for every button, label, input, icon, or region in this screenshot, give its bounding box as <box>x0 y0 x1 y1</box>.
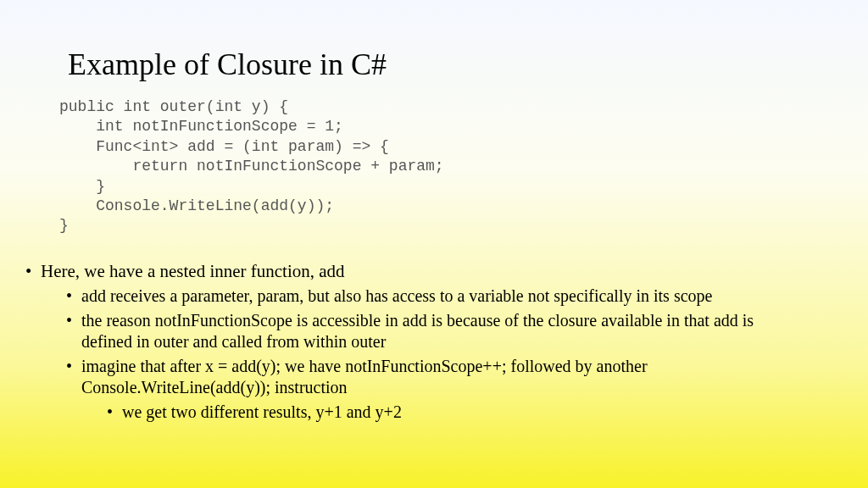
bullet-level-2: imagine that after x = add(y); we have n… <box>66 356 809 398</box>
bullet-level-2: the reason notInFunctionScope is accessi… <box>66 310 809 352</box>
bullet-level-1: Here, we have a nested inner function, a… <box>25 260 809 282</box>
bullet-level-3: we get two different results, y+1 and y+… <box>107 402 809 423</box>
bullet-list: Here, we have a nested inner function, a… <box>59 260 809 423</box>
bullet-level-2: add receives a parameter, param, but als… <box>66 286 809 307</box>
code-block: public int outer(int y) { int notInFunct… <box>59 97 809 236</box>
slide-title: Example of Closure in C# <box>68 47 809 82</box>
